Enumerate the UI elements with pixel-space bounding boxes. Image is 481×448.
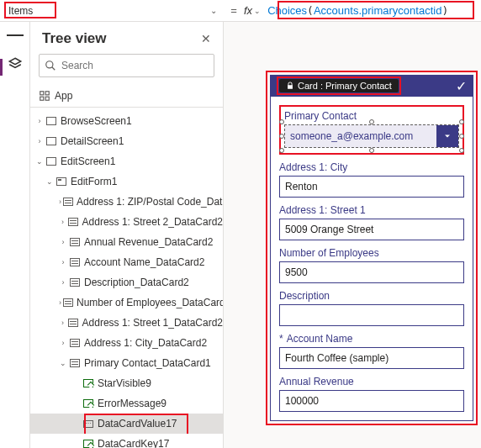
tree-node-card[interactable]: ›Address 1: ZIP/Postal Code_DataCard1 [30,192,223,212]
field-label: Primary Contact [284,110,459,122]
account-name-input[interactable] [279,347,464,369]
chevron-down-icon[interactable]: ⌄ [254,7,261,15]
combobox-chevron-button[interactable] [436,125,458,147]
panel-title: Tree view [42,30,107,47]
property-dropdown[interactable]: Items ⌄ [0,1,224,21]
field-label: Number of Employees [279,247,464,259]
card-header: Card : Primary Contact ✓ [270,75,473,97]
tree-node-screen[interactable]: ›DetailScreen1 [30,131,223,151]
tree-view-icon[interactable] [7,55,24,72]
tree-node-card[interactable]: ›Address 1: Street 1_DataCard2 [30,313,223,333]
svg-rect-3 [45,91,49,94]
search-input[interactable] [39,54,214,77]
tree-node-card[interactable]: ›Annual Revenue_DataCard2 [30,232,223,252]
tree-node-card[interactable]: ›Account Name_DataCard2 [30,252,223,272]
tree-tabs: App [30,84,223,108]
tree-node-card[interactable]: ›Number of Employees_DataCard2 [30,293,223,313]
hamburger-icon[interactable] [7,27,24,44]
tree-node-screen[interactable]: ⌄EditScreen1 [30,151,223,171]
field-label: Address 1: City [279,161,464,173]
highlight-box [4,2,56,18]
tree-node-control[interactable]: ›StarVisible9 [30,373,223,393]
form-card: Primary Contact [270,97,473,421]
tree-node-control-selected[interactable]: ›DataCardValue17 [30,414,223,434]
primary-contact-combobox[interactable] [284,124,459,148]
check-icon[interactable]: ✓ [456,78,467,94]
street1-input[interactable] [279,219,464,240]
highlight-box: Card : Primary Contact ✓ Primary Contact [266,71,478,425]
city-input[interactable] [279,176,464,198]
equals-sign: = [224,4,244,17]
svg-rect-5 [45,97,49,100]
combobox-input[interactable] [284,124,459,148]
chevron-down-icon [442,131,452,141]
close-icon[interactable]: ✕ [201,32,211,45]
tree-node-form[interactable]: ⌄EditForm1 [30,171,223,192]
highlight-box: Primary Contact [279,105,464,155]
tree-node-screen[interactable]: ›BrowseScreen1 [30,111,223,131]
app-tab[interactable]: App [39,90,72,102]
chevron-down-icon: ⌄ [210,6,217,15]
tree-node-card[interactable]: ›Address 1: Street 2_DataCard2 [30,212,223,232]
svg-rect-4 [40,97,44,100]
field-label: Description [279,290,464,302]
description-input[interactable] [279,304,464,326]
active-indicator [0,59,3,76]
tree-node-card[interactable]: ⌄Primary Contact_DataCard1 [30,353,223,373]
svg-rect-2 [40,91,44,94]
formula-input[interactable]: fx ⌄ Choices(Accounts.primarycontactid) [244,1,481,21]
svg-point-0 [46,61,53,68]
highlight-box: Card : Primary Contact [277,76,401,95]
search-field[interactable] [61,60,209,71]
revenue-input[interactable] [279,390,464,412]
app-icon [39,90,50,102]
tree-view-panel: Tree view ✕ App ›BrowseScreen1 ›DetailSc… [30,22,224,448]
tree-node-control[interactable]: ›DataCardKey17 [30,434,223,448]
fx-icon: fx [244,4,252,17]
card-badge[interactable]: Card : Primary Contact [279,79,399,92]
svg-line-1 [52,67,56,71]
formula-text: Choices(Accounts.primarycontactid) [267,4,448,17]
field-label: Address 1: Street 1 [279,204,464,216]
left-rail [0,22,30,448]
tree-body: ›BrowseScreen1 ›DetailScreen1 ⌄EditScree… [30,108,223,448]
tree-node-card[interactable]: ›Address 1: City_DataCard2 [30,333,223,353]
formula-bar: Items ⌄ = fx ⌄ Choices(Accounts.primaryc… [0,0,481,22]
tree-node-card[interactable]: ›Description_DataCard2 [30,272,223,293]
field-label: *Account Name [279,333,464,345]
tree-node-control[interactable]: ›ErrorMessage9 [30,393,223,414]
employees-input[interactable] [279,261,464,283]
search-icon [45,60,56,71]
lock-icon [286,82,294,90]
canvas: Card : Primary Contact ✓ Primary Contact [224,22,481,448]
field-label: Annual Revenue [279,376,464,387]
